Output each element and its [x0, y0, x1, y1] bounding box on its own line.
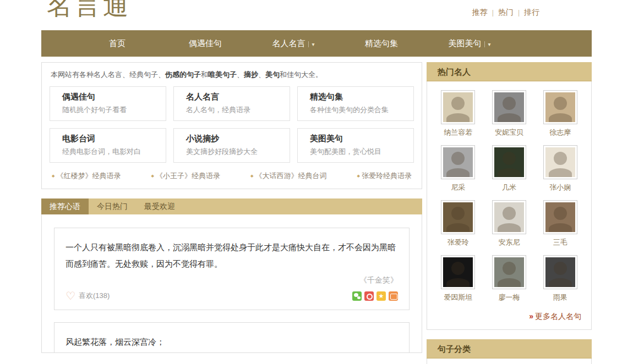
- nav-item-random-quotes[interactable]: 偶遇佳句: [161, 38, 249, 49]
- celeb-item-zhangxiaoxian[interactable]: 张小娴: [534, 145, 586, 192]
- celeb-item-sanmao[interactable]: 三毛: [534, 200, 586, 247]
- intro-segment: 、: [237, 70, 244, 79]
- celeb-photo: [443, 92, 473, 122]
- nav-item-collections[interactable]: 精选句集: [337, 38, 425, 49]
- share-buttons: ★: [352, 291, 398, 301]
- intro-segment: 伤感的句子: [165, 70, 201, 79]
- celeb-name: 几米: [484, 183, 535, 192]
- feature-card-famous-quotes[interactable]: 名人名言 名人名句，经典语录: [173, 86, 290, 121]
- intro-segment: 唯美句子: [208, 70, 237, 79]
- celeb-item-yuguo[interactable]: 雨果: [534, 255, 586, 302]
- feature-card-collections[interactable]: 精选句集 各种佳句美句的分类合集: [297, 86, 414, 121]
- quote-line: 佳人施粉黛，暗香绕华棠。: [66, 350, 398, 353]
- weibo-share-icon[interactable]: [364, 291, 374, 301]
- diamond-bullet-icon: ◆: [250, 174, 253, 178]
- celeb-item-nalanrongruo[interactable]: 纳兰容若: [433, 90, 484, 137]
- celeb-photo: [494, 257, 524, 287]
- top-link-recommend[interactable]: 推荐: [472, 8, 488, 16]
- categories-header: 句子分类: [427, 339, 592, 359]
- tab-today-hot[interactable]: 今日热门: [89, 198, 136, 214]
- header: 名言通 推荐|热门|排行: [41, 0, 592, 30]
- divider: |: [518, 9, 520, 16]
- hot-link-zhangailing[interactable]: ◆张爱玲经典语录: [357, 171, 412, 181]
- feature-desc: 各种佳句美句的分类合集: [310, 105, 413, 115]
- intro-segment: 摘抄: [244, 70, 258, 79]
- quote-card: 风起繁花落，烟云深宫冷； 佳人施粉黛，暗香绕华棠。 秋风萧瑟起，纸鸢寄相思；: [54, 322, 410, 353]
- feature-grid: 偶遇佳句 随机挑个好句子看看 名人名言 名人名句，经典语录 精选句集 各种佳句美…: [50, 86, 414, 163]
- qzone-share-icon[interactable]: [389, 291, 398, 301]
- celeb-photo: [545, 202, 575, 232]
- divider: |: [492, 9, 494, 16]
- quote-source[interactable]: 《千金笑》: [66, 275, 398, 285]
- celeb-name: 安东尼: [484, 238, 535, 247]
- celeb-item-einstein[interactable]: 爱因斯坦: [433, 255, 484, 302]
- wechat-share-icon[interactable]: [352, 291, 362, 301]
- spacer: [427, 330, 592, 339]
- feature-card-novel-excerpts[interactable]: 小说摘抄 美文摘抄好段摘抄大全: [173, 128, 290, 163]
- like-button[interactable]: ♡喜欢(138): [66, 291, 110, 301]
- celeb-photo: [443, 202, 473, 232]
- quote-line: 风起繁花落，烟云深宫冷；: [66, 334, 398, 350]
- main-content: 本网站有各种名人名言、经典句子、伤感的句子和唯美句子、摘抄、美句和佳句大全。 偶…: [41, 62, 422, 364]
- quote-card-footer: ♡喜欢(138) ★: [66, 291, 398, 301]
- celeb-photo: [443, 257, 473, 287]
- intro-section: 本网站有各种名人名言、经典句子、伤感的句子和唯美句子、摘抄、美句和佳句大全。 偶…: [41, 62, 422, 189]
- favorite-star-share-icon[interactable]: ★: [376, 291, 386, 301]
- feature-card-random-quotes[interactable]: 偶遇佳句 随机挑个好句子看看: [50, 86, 166, 121]
- nav-item-famous-quotes[interactable]: 名人名言▾: [249, 38, 337, 49]
- celeb-item-liaoyimei[interactable]: 廖一梅: [484, 255, 535, 302]
- hot-link-label: 《小王子》经典语录: [156, 172, 220, 180]
- heart-icon: ♡: [66, 291, 75, 301]
- categories-panel: 句子出自: ◆散文/随笔 ◆书籍 ◆歌词: [427, 359, 592, 364]
- celeb-photo-frame: [492, 145, 526, 179]
- feature-card-movie-lines[interactable]: 电影台词 经典电影台词，电影对白: [50, 128, 166, 163]
- feature-title: 电影台词: [62, 134, 166, 144]
- celeb-name: 纳兰容若: [433, 128, 484, 137]
- feature-desc: 经典电影台词，电影对白: [62, 147, 166, 157]
- celeb-name: 尼采: [433, 183, 484, 192]
- hot-celebs-panel: 纳兰容若 安妮宝贝 徐志摩 尼采: [427, 81, 592, 330]
- feature-title: 小说摘抄: [186, 134, 290, 144]
- celeb-photo-frame: [543, 200, 577, 234]
- celeb-photo-frame: [492, 200, 526, 234]
- celeb-item-annibaobei[interactable]: 安妮宝贝: [484, 90, 535, 137]
- feature-desc: 美文摘抄好段摘抄大全: [186, 147, 290, 157]
- hot-link-little-prince[interactable]: ◆《小王子》经典语录: [151, 171, 220, 181]
- more-link-label: 更多名人名句: [535, 312, 581, 321]
- hot-link-hongloumeng[interactable]: ◆《红楼梦》经典语录: [52, 171, 121, 181]
- hot-link-label: 《大话西游》经典台词: [255, 172, 326, 180]
- celeb-photo-frame: [543, 90, 577, 124]
- celeb-photo-frame: [543, 255, 577, 289]
- celeb-name: 徐志摩: [534, 128, 586, 137]
- feature-card-picture-quotes[interactable]: 美图美句 美句配美图，赏心悦目: [297, 128, 414, 163]
- hot-links-row: ◆《红楼梦》经典语录 ◆《小王子》经典语录 ◆《大话西游》经典台词 ◆张爱玲经典…: [52, 171, 412, 181]
- celeb-name: 张小娴: [534, 183, 586, 192]
- celeb-item-andongni[interactable]: 安东尼: [484, 200, 535, 247]
- top-link-hot[interactable]: 热门: [498, 8, 514, 16]
- top-links: 推荐|热门|排行: [472, 8, 539, 18]
- celeb-name: 爱因斯坦: [433, 293, 484, 302]
- top-link-rank[interactable]: 排行: [524, 8, 539, 16]
- intro-segment: 和: [201, 70, 208, 79]
- hot-celebs-header: 热门名人: [427, 62, 592, 81]
- more-celebs-link[interactable]: »更多名人名句: [529, 312, 581, 321]
- page: 名言通 推荐|热门|排行 首页 偶遇佳句 名人名言▾ 精选句集 美图美句▾ 本网…: [41, 0, 592, 364]
- celeb-photo: [494, 92, 524, 122]
- intro-segment: 本网站有各种名人名言、经典句子、: [51, 70, 165, 79]
- celeb-photo-frame: [441, 145, 475, 179]
- nav-item-picture-quotes[interactable]: 美图美句▾: [425, 38, 514, 49]
- celeb-item-jimi[interactable]: 几米: [484, 145, 535, 192]
- tab-most-popular[interactable]: 最受欢迎: [136, 198, 183, 214]
- nav-item-home[interactable]: 首页: [73, 38, 161, 49]
- quote-tabs: 推荐心语 今日热门 最受欢迎: [41, 198, 422, 214]
- celeb-photo: [545, 92, 575, 122]
- quote-card: 一个人只有被黑暗彻底卷入，沉溺黑暗并觉得处身于此才是大痛快大自在，才不会因为黑暗…: [54, 228, 410, 310]
- celeb-photo-frame: [492, 90, 526, 124]
- celeb-photo: [545, 147, 575, 177]
- tab-recommended[interactable]: 推荐心语: [41, 198, 89, 214]
- celeb-item-nicai[interactable]: 尼采: [433, 145, 484, 192]
- hot-link-dahuaxiyou[interactable]: ◆《大话西游》经典台词: [250, 171, 326, 181]
- celeb-item-xuzhimo[interactable]: 徐志摩: [534, 90, 586, 137]
- chevron-down-icon: ▾: [484, 41, 490, 47]
- celeb-item-zhangailing[interactable]: 张爱玲: [433, 200, 484, 247]
